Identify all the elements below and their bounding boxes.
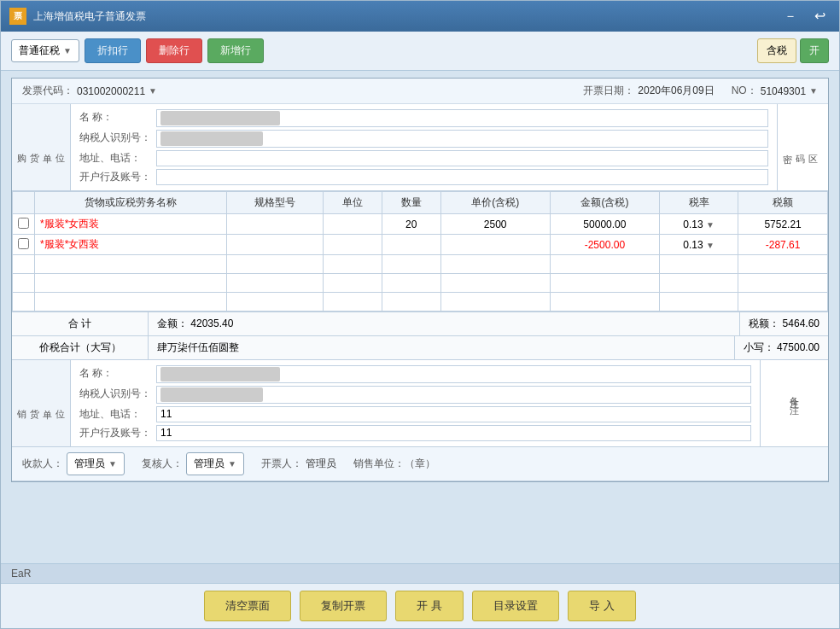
secret-label: 密码区 xyxy=(781,147,825,149)
seller-address-value: 11 xyxy=(160,408,172,420)
row1-qty[interactable]: 20 xyxy=(382,214,440,235)
buyer-name-input[interactable]: 上海某某公司 xyxy=(156,109,768,127)
total-tax-value: 5464.60 xyxy=(783,317,820,329)
seller-taxid-input[interactable]: 税号 xyxy=(156,386,751,404)
row3-unit-price[interactable] xyxy=(440,255,550,274)
tax-type-select[interactable]: 普通征税 ▼ xyxy=(11,39,79,62)
row4-name[interactable] xyxy=(35,274,227,293)
header-unit-price: 单价(含税) xyxy=(440,192,550,214)
row3-qty[interactable] xyxy=(382,255,440,274)
row4-tax-rate[interactable] xyxy=(659,274,738,293)
seller-name-blurred: 销售公司名称 xyxy=(160,367,280,381)
row4-unit[interactable] xyxy=(324,274,382,293)
payee-value: 管理员 xyxy=(74,457,105,471)
row3-checkbox[interactable] xyxy=(13,255,35,274)
row5-tax-amount[interactable] xyxy=(738,293,828,312)
import-button[interactable]: 导 入 xyxy=(568,591,636,621)
open-button[interactable]: 开 xyxy=(800,38,829,63)
seller-name-input[interactable]: 销售公司名称 xyxy=(156,365,751,383)
row1-checkbox[interactable] xyxy=(13,214,35,235)
discount-row-button[interactable]: 折扣行 xyxy=(85,38,141,63)
row5-unit-price[interactable] xyxy=(440,293,550,312)
total-tax: 税额： 5464.60 xyxy=(740,312,828,335)
row1-name[interactable]: *服装*女西装 xyxy=(35,214,227,235)
invoice-no-arrow[interactable]: ▼ xyxy=(809,86,818,96)
row5-unit[interactable] xyxy=(324,293,382,312)
row1-check-input[interactable] xyxy=(18,218,29,229)
invoice-date-group: 开票日期： 2020年06月09日 xyxy=(583,84,714,98)
clear-button[interactable]: 清空票面 xyxy=(204,591,291,621)
row1-unit-price[interactable]: 2500 xyxy=(440,214,550,235)
buyer-taxid-input[interactable]: 税号 xyxy=(156,130,768,148)
row4-tax-amount[interactable] xyxy=(738,274,828,293)
seller-address-label: 地址、电话： xyxy=(79,406,151,422)
row1-unit[interactable] xyxy=(324,214,382,235)
total-amount-value: 42035.40 xyxy=(190,317,233,329)
tax-include-button[interactable]: 含税 xyxy=(757,38,796,63)
row5-spec[interactable] xyxy=(226,293,323,312)
row5-tax-rate[interactable] xyxy=(659,293,738,312)
row2-qty[interactable] xyxy=(382,235,440,255)
buyer-bank-label: 开户行及账号： xyxy=(79,169,151,185)
header-tax-amount: 税额 xyxy=(738,192,828,214)
row5-name[interactable] xyxy=(35,293,227,312)
ear-text: EaR xyxy=(11,568,31,579)
payee-select[interactable]: 管理员 ▼ xyxy=(67,452,125,475)
row5-amount[interactable] xyxy=(550,293,659,312)
minimize-button[interactable]: － xyxy=(779,6,802,27)
invoice-code-arrow[interactable]: ▼ xyxy=(149,86,157,96)
ear-bar: EaR xyxy=(1,563,839,583)
total-tax-label: 税额： xyxy=(749,317,779,329)
row4-unit-price[interactable] xyxy=(440,274,550,293)
row5-checkbox[interactable] xyxy=(13,293,35,312)
row1-tax-amount[interactable]: 5752.21 xyxy=(738,214,828,235)
row2-check-input[interactable] xyxy=(18,238,29,249)
reviewer-select[interactable]: 管理员 ▼ xyxy=(186,452,244,475)
goods-table: 货物或应税劳务名称 规格型号 单位 数量 单价(含税) 金额(含税) 税率 税额 xyxy=(12,191,828,312)
open-ticket-button[interactable]: 开 具 xyxy=(395,591,464,621)
total-amount: 金额： 42035.40 xyxy=(149,312,740,335)
copy-button[interactable]: 复制开票 xyxy=(300,591,387,621)
row1-name-text: *服装*女西装 xyxy=(40,218,99,230)
capital-row: 价税合计（大写） 肆万柒仟伍佰圆整 小写： 47500.00 xyxy=(12,336,828,360)
delete-row-button[interactable]: 删除行 xyxy=(146,38,202,63)
row1-amount[interactable]: 50000.00 xyxy=(550,214,659,235)
row2-spec[interactable] xyxy=(226,235,323,255)
row3-tax-rate[interactable] xyxy=(659,255,738,274)
row4-checkbox[interactable] xyxy=(13,274,35,293)
row3-name[interactable] xyxy=(35,255,227,274)
header-spec: 规格型号 xyxy=(226,192,323,214)
invoice-header: 发票代码： 031002000211 ▼ 开票日期： 2020年06月09日 N… xyxy=(12,79,828,104)
table-row xyxy=(13,274,828,293)
row2-checkbox[interactable] xyxy=(13,235,35,255)
row3-spec[interactable] xyxy=(226,255,323,274)
catalog-button[interactable]: 目录设置 xyxy=(472,591,559,621)
row1-spec[interactable] xyxy=(226,214,323,235)
payee-group: 收款人： 管理员 ▼ xyxy=(22,452,125,475)
row5-qty[interactable] xyxy=(382,293,440,312)
row3-tax-amount[interactable] xyxy=(738,255,828,274)
row2-tax-amount[interactable]: -287.61 xyxy=(738,235,828,255)
row3-unit[interactable] xyxy=(324,255,382,274)
header-checkbox xyxy=(13,192,35,214)
invoice-no-group: NO： 51049301 ▼ xyxy=(732,84,818,98)
restore-button[interactable]: ↩ xyxy=(809,6,831,27)
add-row-button[interactable]: 新增行 xyxy=(207,38,264,63)
row4-qty[interactable] xyxy=(382,274,440,293)
buyer-address-input[interactable] xyxy=(156,150,768,166)
row4-spec[interactable] xyxy=(226,274,323,293)
seller-address-input[interactable]: 11 xyxy=(156,406,751,422)
header-tax-rate: 税率 xyxy=(659,192,738,214)
row1-tax-rate[interactable]: 0.13 ▼ xyxy=(659,214,738,235)
buyer-bank-input[interactable] xyxy=(156,169,768,185)
invoice-code-label: 发票代码： xyxy=(22,84,73,98)
row4-amount[interactable] xyxy=(550,274,659,293)
seller-bank-input[interactable]: 11 xyxy=(156,425,751,441)
row2-amount[interactable]: -2500.00 xyxy=(550,235,659,255)
row3-amount[interactable] xyxy=(550,255,659,274)
row2-unit[interactable] xyxy=(324,235,382,255)
sales-unit-label: 销售单位：（章） xyxy=(353,457,435,471)
row2-unit-price[interactable] xyxy=(440,235,550,255)
row2-tax-rate[interactable]: 0.13 ▼ xyxy=(659,235,738,255)
row2-name[interactable]: *服装*女西装 xyxy=(35,235,227,255)
